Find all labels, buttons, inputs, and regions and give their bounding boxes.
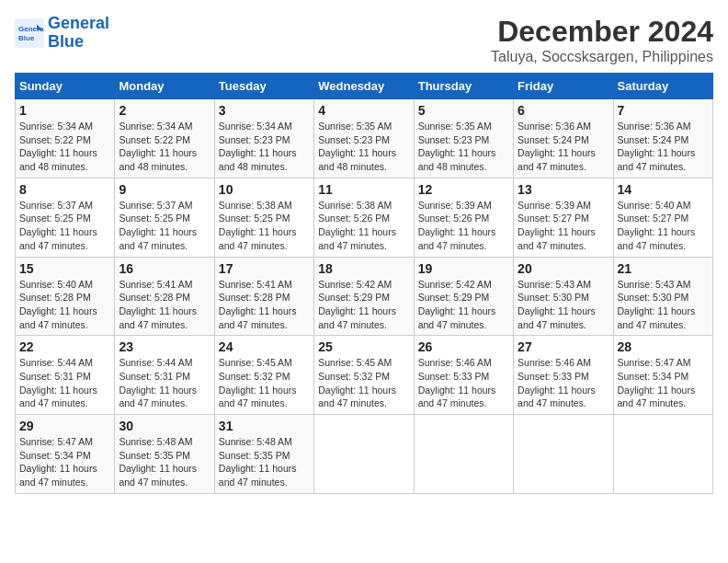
table-row: 22 Sunrise: 5:44 AMSunset: 5:31 PMDaylig…: [16, 336, 713, 415]
day-cell-7: 7 Sunrise: 5:36 AMSunset: 5:24 PMDayligh…: [613, 99, 712, 178]
day-info: Sunrise: 5:48 AMSunset: 5:35 PMDaylight:…: [219, 435, 310, 489]
logo-text: GeneralBlue: [48, 15, 109, 52]
day-number: 10: [219, 182, 310, 197]
col-friday: Friday: [514, 74, 613, 99]
day-cell-16: 16 Sunrise: 5:41 AMSunset: 5:28 PMDaylig…: [115, 257, 214, 336]
day-info: Sunrise: 5:43 AMSunset: 5:30 PMDaylight:…: [518, 278, 609, 332]
day-cell-1: 1 Sunrise: 5:34 AMSunset: 5:22 PMDayligh…: [16, 99, 115, 178]
day-cell-4: 4 Sunrise: 5:35 AMSunset: 5:23 PMDayligh…: [314, 99, 414, 178]
day-number: 1: [19, 103, 110, 118]
day-number: 12: [418, 182, 509, 197]
day-number: 25: [318, 339, 409, 354]
day-number: 20: [518, 261, 609, 276]
day-info: Sunrise: 5:44 AMSunset: 5:31 PMDaylight:…: [19, 356, 110, 410]
day-info: Sunrise: 5:37 AMSunset: 5:25 PMDaylight:…: [119, 199, 210, 253]
day-info: Sunrise: 5:42 AMSunset: 5:29 PMDaylight:…: [318, 278, 409, 332]
day-info: Sunrise: 5:35 AMSunset: 5:23 PMDaylight:…: [318, 120, 409, 174]
day-number: 21: [618, 261, 709, 276]
day-cell-21: 21 Sunrise: 5:43 AMSunset: 5:30 PMDaylig…: [613, 257, 712, 336]
empty-cell: [314, 415, 414, 494]
empty-cell: [414, 415, 513, 494]
day-cell-31: 31 Sunrise: 5:48 AMSunset: 5:35 PMDaylig…: [214, 415, 313, 494]
col-saturday: Saturday: [613, 74, 712, 99]
table-row: 8 Sunrise: 5:37 AMSunset: 5:25 PMDayligh…: [16, 178, 713, 257]
day-number: 24: [219, 339, 310, 354]
logo-icon: General Blue: [15, 18, 44, 48]
day-info: Sunrise: 5:40 AMSunset: 5:27 PMDaylight:…: [618, 199, 709, 253]
day-number: 31: [219, 419, 310, 433]
day-cell-20: 20 Sunrise: 5:43 AMSunset: 5:30 PMDaylig…: [514, 257, 613, 336]
day-number: 11: [318, 182, 409, 197]
col-wednesday: Wednesday: [314, 74, 414, 99]
day-cell-5: 5 Sunrise: 5:35 AMSunset: 5:23 PMDayligh…: [414, 99, 513, 178]
day-cell-26: 26 Sunrise: 5:46 AMSunset: 5:33 PMDaylig…: [414, 336, 513, 415]
day-cell-30: 30 Sunrise: 5:48 AMSunset: 5:35 PMDaylig…: [115, 415, 214, 494]
day-number: 4: [318, 103, 409, 118]
day-number: 2: [119, 103, 210, 118]
day-info: Sunrise: 5:36 AMSunset: 5:24 PMDaylight:…: [618, 120, 709, 174]
logo: General Blue GeneralBlue: [15, 15, 109, 52]
day-info: Sunrise: 5:48 AMSunset: 5:35 PMDaylight:…: [119, 435, 210, 489]
day-cell-12: 12 Sunrise: 5:39 AMSunset: 5:26 PMDaylig…: [414, 178, 513, 257]
day-number: 27: [518, 339, 609, 354]
day-info: Sunrise: 5:47 AMSunset: 5:34 PMDaylight:…: [618, 356, 709, 410]
day-number: 29: [19, 419, 110, 433]
table-row: 15 Sunrise: 5:40 AMSunset: 5:28 PMDaylig…: [16, 257, 713, 336]
day-number: 17: [219, 261, 310, 276]
day-number: 18: [318, 261, 409, 276]
day-cell-23: 23 Sunrise: 5:44 AMSunset: 5:31 PMDaylig…: [115, 336, 214, 415]
day-cell-11: 11 Sunrise: 5:38 AMSunset: 5:26 PMDaylig…: [314, 178, 414, 257]
day-info: Sunrise: 5:45 AMSunset: 5:32 PMDaylight:…: [318, 356, 409, 410]
day-info: Sunrise: 5:38 AMSunset: 5:26 PMDaylight:…: [318, 199, 409, 253]
day-cell-24: 24 Sunrise: 5:45 AMSunset: 5:32 PMDaylig…: [214, 336, 313, 415]
day-number: 30: [119, 419, 210, 433]
day-info: Sunrise: 5:46 AMSunset: 5:33 PMDaylight:…: [418, 356, 509, 410]
title-block: December 2024 Taluya, Soccsksargen, Phil…: [491, 15, 713, 65]
day-cell-28: 28 Sunrise: 5:47 AMSunset: 5:34 PMDaylig…: [613, 336, 712, 415]
header-row: Sunday Monday Tuesday Wednesday Thursday…: [16, 74, 713, 99]
day-info: Sunrise: 5:44 AMSunset: 5:31 PMDaylight:…: [119, 356, 210, 410]
day-info: Sunrise: 5:37 AMSunset: 5:25 PMDaylight:…: [19, 199, 110, 253]
calendar-body: 1 Sunrise: 5:34 AMSunset: 5:22 PMDayligh…: [16, 99, 713, 494]
day-number: 5: [418, 103, 509, 118]
day-number: 15: [19, 261, 110, 276]
day-cell-22: 22 Sunrise: 5:44 AMSunset: 5:31 PMDaylig…: [16, 336, 115, 415]
day-number: 26: [418, 339, 509, 354]
col-tuesday: Tuesday: [214, 74, 313, 99]
day-info: Sunrise: 5:35 AMSunset: 5:23 PMDaylight:…: [418, 120, 509, 174]
day-number: 22: [19, 339, 110, 354]
page-subtitle: Taluya, Soccsksargen, Philippines: [491, 49, 713, 65]
day-info: Sunrise: 5:40 AMSunset: 5:28 PMDaylight:…: [19, 278, 110, 332]
day-number: 28: [618, 339, 709, 354]
day-cell-18: 18 Sunrise: 5:42 AMSunset: 5:29 PMDaylig…: [314, 257, 414, 336]
day-info: Sunrise: 5:46 AMSunset: 5:33 PMDaylight:…: [518, 356, 609, 410]
day-cell-27: 27 Sunrise: 5:46 AMSunset: 5:33 PMDaylig…: [514, 336, 613, 415]
day-info: Sunrise: 5:42 AMSunset: 5:29 PMDaylight:…: [418, 278, 509, 332]
day-info: Sunrise: 5:39 AMSunset: 5:27 PMDaylight:…: [518, 199, 609, 253]
col-monday: Monday: [115, 74, 214, 99]
day-number: 8: [19, 182, 110, 197]
col-sunday: Sunday: [16, 74, 115, 99]
day-cell-14: 14 Sunrise: 5:40 AMSunset: 5:27 PMDaylig…: [613, 178, 712, 257]
day-cell-15: 15 Sunrise: 5:40 AMSunset: 5:28 PMDaylig…: [16, 257, 115, 336]
day-number: 13: [518, 182, 609, 197]
day-number: 3: [219, 103, 310, 118]
table-row: 1 Sunrise: 5:34 AMSunset: 5:22 PMDayligh…: [16, 99, 713, 178]
day-info: Sunrise: 5:38 AMSunset: 5:25 PMDaylight:…: [219, 199, 310, 253]
page-title: December 2024: [491, 15, 713, 49]
empty-cell: [613, 415, 712, 494]
header: General Blue GeneralBlue December 2024 T…: [15, 15, 713, 65]
day-cell-10: 10 Sunrise: 5:38 AMSunset: 5:25 PMDaylig…: [214, 178, 313, 257]
day-cell-29: 29 Sunrise: 5:47 AMSunset: 5:34 PMDaylig…: [16, 415, 115, 494]
day-info: Sunrise: 5:34 AMSunset: 5:22 PMDaylight:…: [119, 120, 210, 174]
day-info: Sunrise: 5:45 AMSunset: 5:32 PMDaylight:…: [219, 356, 310, 410]
calendar: Sunday Monday Tuesday Wednesday Thursday…: [15, 73, 713, 494]
day-number: 14: [618, 182, 709, 197]
day-info: Sunrise: 5:39 AMSunset: 5:26 PMDaylight:…: [418, 199, 509, 253]
col-thursday: Thursday: [414, 74, 513, 99]
day-cell-25: 25 Sunrise: 5:45 AMSunset: 5:32 PMDaylig…: [314, 336, 414, 415]
day-number: 23: [119, 339, 210, 354]
day-cell-9: 9 Sunrise: 5:37 AMSunset: 5:25 PMDayligh…: [115, 178, 214, 257]
day-info: Sunrise: 5:34 AMSunset: 5:22 PMDaylight:…: [19, 120, 110, 174]
day-info: Sunrise: 5:41 AMSunset: 5:28 PMDaylight:…: [119, 278, 210, 332]
